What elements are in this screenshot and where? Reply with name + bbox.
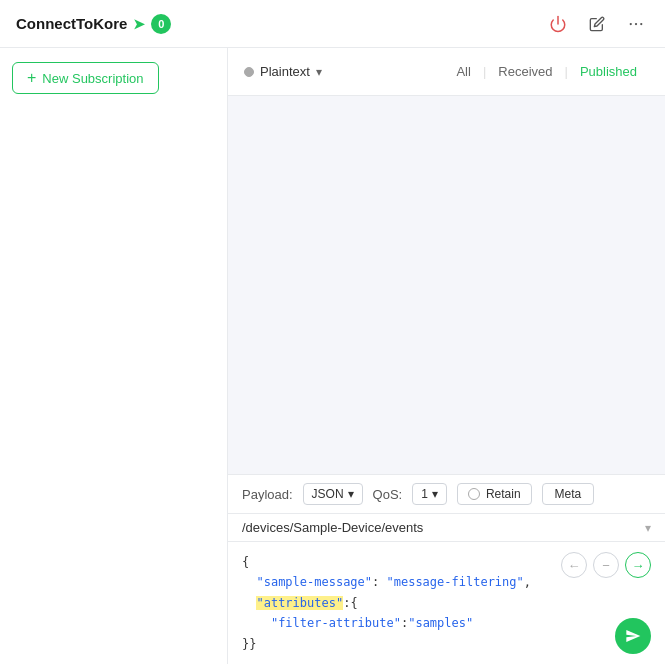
sidebar: + New Subscription: [0, 48, 228, 664]
payload-label: Payload:: [242, 487, 293, 502]
plus-icon: +: [27, 70, 36, 86]
svg-point-2: [635, 22, 637, 24]
content-topbar: Plaintext ▾ All | Received | Published: [228, 48, 665, 96]
app-title-text: ConnectToKore: [16, 15, 127, 32]
edit-button[interactable]: [585, 12, 609, 36]
tabs: All | Received | Published: [444, 60, 649, 83]
power-button[interactable]: [545, 11, 571, 37]
topic-input-bar: ▾: [228, 514, 665, 542]
message-area: [228, 96, 665, 474]
payload-type-select[interactable]: JSON ▾: [303, 483, 363, 505]
topic-label: Plaintext: [260, 64, 310, 79]
payload-type-value: JSON: [312, 487, 344, 501]
code-value-message-filtering: "message-filtering": [387, 575, 524, 589]
topic-status-dot: [244, 67, 254, 77]
code-value-samples: "samples": [408, 616, 473, 630]
bottom-panel: Payload: JSON ▾ QoS: 1 ▾ Retain Meta: [228, 474, 665, 664]
nav-actions: ← − →: [561, 552, 651, 578]
content-area: Plaintext ▾ All | Received | Published: [228, 48, 665, 664]
more-options-button[interactable]: [623, 11, 649, 37]
main-layout: + New Subscription Plaintext ▾ All | Rec…: [0, 48, 665, 664]
meta-button[interactable]: Meta: [542, 483, 595, 505]
code-area: { "sample-message": "message-filtering",…: [228, 542, 665, 664]
app-title: ConnectToKore ➤ 0: [16, 14, 171, 34]
qos-select[interactable]: 1 ▾: [412, 483, 447, 505]
code-line-4: "filter-attribute":"samples": [242, 613, 651, 633]
code-key-attributes: "attributes": [256, 596, 343, 610]
topic-input[interactable]: [242, 520, 645, 535]
topic-input-chevron-icon: ▾: [645, 521, 651, 535]
connection-badge: 0: [151, 14, 171, 34]
retain-radio-icon: [468, 488, 480, 500]
qos-label: QoS:: [373, 487, 403, 502]
tab-all[interactable]: All: [444, 60, 482, 83]
payload-bar: Payload: JSON ▾ QoS: 1 ▾ Retain Meta: [228, 475, 665, 514]
code-line-5: }}: [242, 634, 651, 654]
code-key-filter-attribute: "filter-attribute": [271, 616, 401, 630]
tab-published[interactable]: Published: [568, 60, 649, 83]
svg-point-1: [630, 22, 632, 24]
payload-type-chevron-icon: ▾: [348, 487, 354, 501]
topic-selector[interactable]: Plaintext ▾: [244, 64, 322, 79]
svg-point-3: [640, 22, 642, 24]
send-button[interactable]: [615, 618, 651, 654]
retain-button[interactable]: Retain: [457, 483, 532, 505]
code-key-sample-message: "sample-message": [256, 575, 372, 589]
qos-value: 1: [421, 487, 428, 501]
new-subscription-button[interactable]: + New Subscription: [12, 62, 159, 94]
header: ConnectToKore ➤ 0: [0, 0, 665, 48]
new-subscription-label: New Subscription: [42, 71, 143, 86]
nav-minus-button[interactable]: −: [593, 552, 619, 578]
tab-received[interactable]: Received: [486, 60, 564, 83]
code-line-3: "attributes":{: [242, 593, 651, 613]
qos-chevron-icon: ▾: [432, 487, 438, 501]
nav-back-button[interactable]: ←: [561, 552, 587, 578]
nav-forward-button[interactable]: →: [625, 552, 651, 578]
title-chevron-icon[interactable]: ➤: [133, 16, 145, 32]
header-actions: [545, 11, 649, 37]
topic-chevron-icon: ▾: [316, 65, 322, 79]
retain-label: Retain: [486, 487, 521, 501]
